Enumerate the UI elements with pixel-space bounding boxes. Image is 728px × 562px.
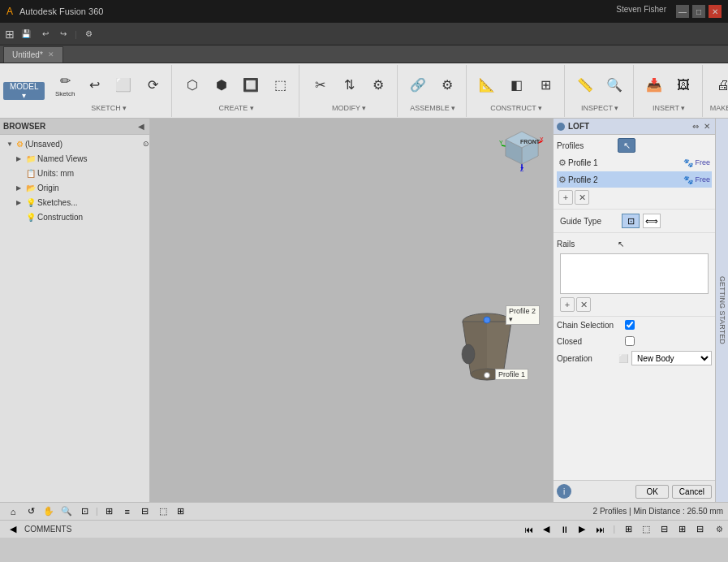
loft-close-button[interactable]: ✕ <box>702 122 712 131</box>
ok-button[interactable]: OK <box>635 485 668 499</box>
cancel-button[interactable]: Cancel <box>672 485 712 499</box>
viewport[interactable]: FRONT X Y Z <box>150 119 553 502</box>
profile1-row[interactable]: ⚙ Profile 1 🐾 Free <box>557 154 712 171</box>
make-r1[interactable]: 🖨 <box>709 70 728 101</box>
operation-select[interactable]: New Body Join Cut Intersect <box>631 351 712 365</box>
settings-button[interactable]: ⚙ <box>80 25 97 43</box>
loft-header-controls: ⇔ ✕ <box>691 122 712 131</box>
create-r3[interactable]: 🔲 <box>237 70 265 101</box>
assemble-r2[interactable]: ⚙ <box>433 70 461 101</box>
undo-button[interactable]: ↩ <box>37 25 54 43</box>
guide-type-btn2[interactable]: ⟺ <box>643 214 661 228</box>
loft-expand-button[interactable]: ⇔ <box>691 122 700 131</box>
add-profile-button[interactable]: + <box>558 190 573 205</box>
finish-sketch-button[interactable]: ↩ <box>80 70 108 101</box>
insert-group: 📥 🖼 INSERT ▾ <box>635 65 703 117</box>
closed-checkbox[interactable] <box>625 336 635 346</box>
timeline-icon1[interactable]: ⊞ <box>620 522 636 537</box>
closed-label: Closed <box>557 337 622 346</box>
profiles-select-button[interactable]: ↖ <box>618 138 635 153</box>
playback-back-button[interactable]: ◀ <box>538 522 554 537</box>
timeline-icon2[interactable]: ⬚ <box>638 522 654 537</box>
create-r1[interactable]: ⬡ <box>179 70 206 101</box>
construct-group-label: CONSTRUCT ▾ <box>490 104 542 112</box>
units-icon: 📋 <box>26 169 36 178</box>
tree-item-sketches[interactable]: ▶ 💡 Sketches... <box>0 195 149 210</box>
maximize-button[interactable]: □ <box>692 5 705 18</box>
chain-selection-label: Chain Selection <box>557 321 622 330</box>
chain-selection-checkbox[interactable] <box>625 320 635 330</box>
nav-btn-home[interactable]: ⌂ <box>5 504 21 519</box>
playback-play-button[interactable]: ▶ <box>574 522 590 537</box>
ribbon: MODEL ▾ ✏ Sketch ↩ ⬜ ⟳ SKETCH ▾ ⬡ <box>0 63 728 119</box>
save-button[interactable]: 💾 <box>16 25 36 43</box>
untitled-tab[interactable]: Untitled* ✕ <box>3 46 63 63</box>
nav-btn-orbit[interactable]: ↺ <box>23 504 39 519</box>
sketch-r3[interactable]: ⟳ <box>139 70 166 101</box>
add-rail-button[interactable]: + <box>560 297 575 312</box>
create-r2[interactable]: ⬢ <box>208 70 235 101</box>
tree-item-units[interactable]: 📋 Units: mm <box>0 166 149 180</box>
create-group: ⬡ ⬢ 🔲 ⬚ CREATE ▾ <box>174 65 299 117</box>
tree-item-origin[interactable]: ▶ 📂 Origin <box>0 180 149 195</box>
assemble-r1[interactable]: 🔗 <box>404 70 432 101</box>
comments-bar: ◀ COMMENTS ⏮ ◀ ⏸ ▶ ⏭ | ⊞ ⬚ ⊟ ⊞ ⊟ ⚙ <box>0 520 728 538</box>
getting-started-tab[interactable]: GETTING STARTED <box>715 119 728 502</box>
unsaved-badge-icon: ⊙ <box>143 140 149 148</box>
info-button[interactable]: i <box>557 484 571 499</box>
insert-r1[interactable]: 📥 <box>640 70 668 101</box>
tree-item-unsaved[interactable]: ▼ ⚙ (Unsaved) ⊙ <box>0 136 149 151</box>
create-r4[interactable]: ⬚ <box>266 70 294 101</box>
modify-r2[interactable]: ⇅ <box>335 70 363 101</box>
modify-r1[interactable]: ✂ <box>306 70 334 101</box>
construct-r3[interactable]: ⊞ <box>532 70 559 101</box>
modify-group: ✂ ⇅ ⚙ MODIFY ▾ <box>301 65 398 117</box>
rails-box[interactable] <box>560 253 709 294</box>
sketch-button[interactable]: ✏ Sketch <box>51 70 79 101</box>
playback-pause-button[interactable]: ⏸ <box>556 522 572 537</box>
insert-r2[interactable]: 🖼 <box>670 70 697 101</box>
minimize-button[interactable]: — <box>676 5 689 18</box>
inspect-r1[interactable]: 📏 <box>571 70 599 101</box>
comments-collapse-button[interactable]: ◀ <box>5 522 21 537</box>
timeline-icon3[interactable]: ⊟ <box>656 522 672 537</box>
nav-btn-display4[interactable]: ⬚ <box>155 504 171 519</box>
tree-item-named-views[interactable]: ▶ 📁 Named Views <box>0 151 149 166</box>
modify-r3[interactable]: ⚙ <box>364 70 392 101</box>
app-menu-icon[interactable]: ⊞ <box>5 28 15 41</box>
nav-view-buttons: ⌂ ↺ ✋ 🔍 ⊡ | ⊞ ≡ ⊟ ⬚ ⊞ <box>5 504 189 519</box>
timeline-icon5[interactable]: ⊟ <box>691 522 708 537</box>
unsaved-icon: ⚙ <box>16 140 24 149</box>
inspect-r2[interactable]: 🔍 <box>601 70 628 101</box>
close-button[interactable]: ✕ <box>709 5 722 18</box>
playback-prev-button[interactable]: ⏮ <box>520 522 536 537</box>
nav-btn-display[interactable]: ⊞ <box>101 504 118 519</box>
nav-btn-display5[interactable]: ⊞ <box>173 504 189 519</box>
nav-btn-display2[interactable]: ≡ <box>119 504 136 519</box>
named-views-label: Named Views <box>37 154 88 163</box>
remove-rail-button[interactable]: ✕ <box>576 297 591 312</box>
remove-profile-button[interactable]: ✕ <box>575 190 589 205</box>
loft-panel-header: LOFT ⇔ ✕ <box>554 119 715 135</box>
tree-item-construction[interactable]: 💡 Construction <box>0 210 149 224</box>
browser-collapse-button[interactable]: ◀ <box>136 122 146 131</box>
sketch-r2[interactable]: ⬜ <box>110 70 137 101</box>
nav-btn-zoom[interactable]: 🔍 <box>58 504 75 519</box>
nav-btn-zoom-fit[interactable]: ⊡ <box>76 504 93 519</box>
redo-button[interactable]: ↪ <box>55 25 71 43</box>
profile2-row[interactable]: ⚙ Profile 2 🐾 Free <box>557 171 712 188</box>
profile1-free-icon: 🐾 <box>683 158 693 167</box>
inspect-r1-icon: 📏 <box>577 77 593 93</box>
sketches-icon: 💡 <box>26 198 36 207</box>
nav-btn-display3[interactable]: ⊟ <box>137 504 153 519</box>
nav-btn-pan[interactable]: ✋ <box>41 504 57 519</box>
tab-close-icon[interactable]: ✕ <box>48 50 54 58</box>
view-cube[interactable]: FRONT X Y Z <box>498 125 546 174</box>
construct-r1[interactable]: 📐 <box>473 70 501 101</box>
timeline-icon4[interactable]: ⊞ <box>674 522 690 537</box>
operation-label: Operation <box>557 354 615 363</box>
construct-r2[interactable]: ◧ <box>502 70 530 101</box>
model-dropdown-button[interactable]: MODEL ▾ <box>3 82 45 100</box>
guide-type-btn1[interactable]: ⊡ <box>622 214 640 228</box>
playback-next-button[interactable]: ⏭ <box>592 522 608 537</box>
